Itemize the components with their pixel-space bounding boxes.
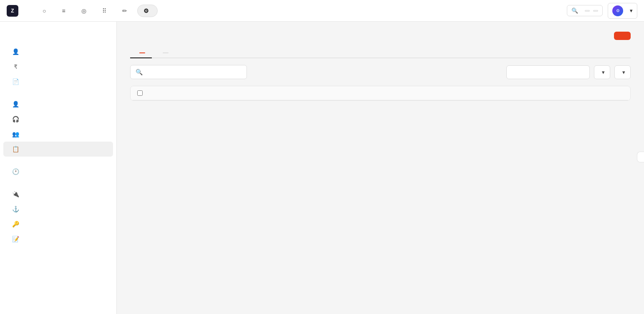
sidebar-item-api-keys[interactable]: 🔑 bbox=[3, 217, 113, 232]
nav-settings[interactable]: ⚙ bbox=[137, 5, 158, 17]
account-profile-icon: 👤 bbox=[12, 100, 19, 108]
account-menu[interactable]: ⚙ ▾ bbox=[608, 3, 637, 19]
section-label-automation bbox=[0, 157, 116, 164]
logo[interactable]: Z bbox=[7, 5, 23, 17]
logo-box: Z bbox=[7, 5, 18, 17]
sidebar-title bbox=[0, 30, 116, 37]
page-header bbox=[130, 32, 631, 40]
sidebar-item-personal-settings[interactable]: 👤 bbox=[3, 44, 113, 59]
search-kbd-k bbox=[593, 10, 598, 12]
tab-archived[interactable] bbox=[153, 48, 175, 58]
chat-icon: ◎ bbox=[81, 7, 86, 14]
clock-icon: 🕐 bbox=[12, 168, 19, 175]
sidebar-item-teams[interactable]: 👥 bbox=[3, 127, 113, 142]
account-avatar: ⚙ bbox=[612, 5, 623, 16]
th-date-added bbox=[523, 90, 607, 96]
settings-icon: ⚙ bbox=[143, 7, 149, 14]
sidebar-item-account-profile[interactable]: 👤 bbox=[3, 97, 113, 112]
contact-search-input[interactable] bbox=[146, 69, 242, 75]
log-icon: 📝 bbox=[12, 235, 19, 243]
nav-chat[interactable]: ◎ bbox=[75, 5, 95, 17]
main-content: 🔍 ▾ ▾ bbox=[117, 22, 644, 314]
sidebar-item-agents[interactable]: 🎧 bbox=[3, 112, 113, 127]
person-icon: 👤 bbox=[12, 48, 19, 55]
queue-icon: ≡ bbox=[62, 7, 65, 14]
th-email bbox=[271, 90, 354, 96]
sidebar: 👤 ₹ 📄 👤 🎧 👥 📋 bbox=[0, 22, 117, 314]
apps-icon: ⠿ bbox=[102, 7, 106, 14]
main-layout: 👤 ₹ 📄 👤 🎧 👥 📋 bbox=[0, 22, 644, 314]
key-icon: 🔑 bbox=[12, 220, 19, 228]
nav-apps[interactable]: ⠿ bbox=[96, 5, 115, 17]
date-added-filter[interactable] bbox=[506, 65, 590, 79]
account-chevron-icon: ▾ bbox=[630, 7, 633, 14]
contacts-icon: 📋 bbox=[12, 145, 19, 153]
integrations-icon: 🔌 bbox=[12, 190, 19, 198]
filters-bar: 🔍 ▾ ▾ bbox=[130, 65, 631, 79]
contact-search-wrap[interactable]: 🔍 bbox=[130, 65, 247, 79]
nav-flows[interactable]: ✏ bbox=[116, 5, 136, 17]
search-kbd-ctrl bbox=[585, 10, 590, 12]
contacts-tabs bbox=[130, 48, 631, 58]
th-checkbox bbox=[137, 90, 154, 96]
table-header bbox=[131, 86, 630, 100]
tags-chevron-icon: ▾ bbox=[622, 69, 625, 75]
th-tags bbox=[354, 90, 523, 96]
sidebar-item-contacts[interactable]: 📋 bbox=[3, 142, 113, 157]
contacts-table bbox=[130, 86, 631, 101]
sidebar-item-business-hours[interactable]: 🕐 bbox=[3, 164, 113, 179]
top-nav: Z ○ ≡ ◎ ⠿ ✏ ⚙ 🔍 bbox=[0, 0, 644, 22]
billing-icon: ₹ bbox=[12, 63, 19, 70]
channel-chevron-icon: ▾ bbox=[602, 69, 605, 75]
channel-dropdown[interactable]: ▾ bbox=[594, 65, 610, 79]
sidebar-item-reports[interactable]: 📄 bbox=[3, 74, 113, 89]
webhooks-icon: ⚓ bbox=[12, 205, 19, 213]
nav-overview[interactable]: ○ bbox=[37, 5, 54, 17]
help-sidebar[interactable] bbox=[637, 152, 644, 162]
reports-icon: 📄 bbox=[12, 78, 19, 85]
sidebar-item-message-logs[interactable]: 📝 bbox=[3, 232, 113, 247]
tab-contacts[interactable] bbox=[130, 48, 152, 58]
select-all-checkbox[interactable] bbox=[137, 90, 143, 96]
add-contacts-button[interactable] bbox=[614, 32, 631, 40]
th-customer-name bbox=[154, 90, 271, 96]
nav-links: ○ ≡ ◎ ⠿ ✏ ⚙ bbox=[37, 5, 567, 17]
global-search[interactable]: 🔍 bbox=[567, 5, 603, 16]
sidebar-item-billing-credits[interactable]: ₹ bbox=[3, 59, 113, 74]
nav-queue[interactable]: ≡ bbox=[56, 5, 73, 17]
tab-contacts-badge bbox=[139, 52, 145, 53]
teams-icon: 👥 bbox=[12, 130, 19, 138]
sidebar-item-webhooks[interactable]: ⚓ bbox=[3, 202, 113, 217]
section-label-dev-tools bbox=[0, 179, 116, 187]
agents-icon: 🎧 bbox=[12, 115, 19, 123]
tags-dropdown[interactable]: ▾ bbox=[614, 65, 631, 79]
topnav-right: 🔍 ⚙ ▾ bbox=[567, 3, 637, 19]
section-label-team-settings bbox=[0, 89, 116, 97]
sidebar-item-integrations[interactable]: 🔌 bbox=[3, 187, 113, 202]
overview-icon: ○ bbox=[43, 7, 46, 14]
tab-archived-badge bbox=[163, 52, 169, 53]
flows-icon: ✏ bbox=[122, 7, 127, 14]
th-actions bbox=[607, 90, 624, 96]
search-icon: 🔍 bbox=[571, 7, 578, 14]
section-label-your-space bbox=[0, 37, 116, 44]
search-contacts-icon: 🔍 bbox=[136, 69, 143, 75]
